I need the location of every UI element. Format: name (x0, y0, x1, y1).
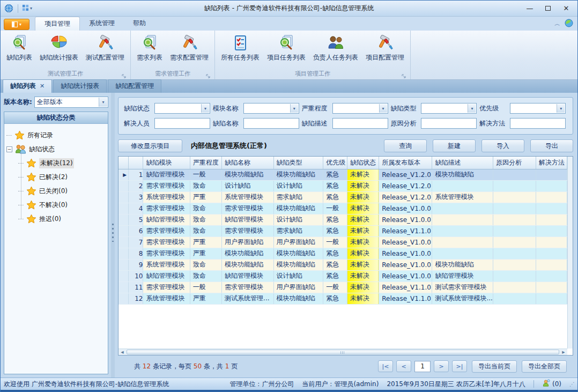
column-header[interactable]: 缺陷描述 (432, 157, 493, 169)
minimize-button[interactable]: — (522, 3, 538, 14)
tree-item[interactable]: 已解决(2) (18, 170, 107, 184)
dialog-launcher-icon[interactable] (402, 72, 406, 77)
column-header[interactable]: 优先级 (323, 157, 347, 169)
table-row[interactable]: 2需求管理模块致命设计缺陷设计缺陷紧急未解决Release_V1.2.0 (118, 180, 567, 191)
tree-item[interactable]: 推迟(0) (18, 212, 107, 226)
export-button[interactable]: 导出 (530, 139, 573, 152)
filter-combobox[interactable]: ▾ (421, 103, 477, 114)
filter-input[interactable] (510, 118, 566, 129)
column-header[interactable]: 严重程度 (190, 157, 221, 169)
dialog-launcher-icon[interactable] (122, 72, 127, 77)
ribbon-button[interactable]: 负责人任务列表 (309, 32, 362, 63)
chevron-down-icon[interactable]: ▾ (468, 104, 476, 113)
table-cell (536, 180, 567, 191)
tree-item[interactable]: 已关闭(0) (18, 184, 107, 198)
column-header[interactable]: 缺陷类型 (273, 157, 323, 169)
tree-item[interactable]: 不解决(0) (18, 198, 107, 212)
column-header[interactable]: 缺陷名称 (222, 157, 273, 169)
sidebar-splitter[interactable] (111, 93, 115, 378)
table-row[interactable]: 6需求管理模块致命需求管理模块需求缺陷紧急未解决Release_V1.1.0 (118, 225, 567, 236)
import-button[interactable]: 导入 (481, 139, 524, 152)
message-indicator[interactable]: (0) (542, 379, 561, 389)
ribbon-button[interactable]: 需求列表 (133, 32, 166, 63)
quick-access-toolbar-button[interactable]: ▾ (22, 4, 32, 13)
ribbon-button[interactable]: 缺陷列表 (3, 32, 36, 63)
ribbon-tab-3[interactable]: 帮助 (124, 17, 155, 31)
document-tab-1[interactable]: 缺陷列表✕ (3, 79, 52, 93)
horizontal-scrollbar[interactable]: ◀ ▶ (118, 349, 567, 355)
tree-item[interactable]: 所有记录 (6, 128, 107, 142)
prev-page-button[interactable]: < (396, 360, 411, 372)
filter-combobox[interactable]: ▾ (243, 103, 299, 114)
version-combobox[interactable]: 全部版本 ▾ (34, 97, 108, 108)
ribbon-tab-1[interactable]: 项目管理 (35, 17, 80, 31)
column-header[interactable]: 所属发布版本 (379, 157, 432, 169)
column-header[interactable]: 原因分析 (493, 157, 536, 169)
table-cell: 设计缺陷 (273, 214, 323, 225)
maximize-button[interactable] (540, 3, 556, 14)
table-row[interactable]: 10缺陷管理模块致命缺陷管理模块设计缺陷紧急未解决Release_V1.0.0缺… (118, 270, 567, 282)
document-tab-3[interactable]: 缺陷配置管理 (108, 79, 161, 93)
filter-combobox[interactable]: ▾ (332, 103, 388, 114)
query-button[interactable]: 查询 (384, 139, 427, 152)
column-header[interactable]: 解决方法 (536, 157, 567, 169)
table-cell: 需求管理模块 (143, 225, 190, 236)
filter-input[interactable] (243, 118, 299, 129)
new-button[interactable]: 新建 (433, 139, 476, 152)
ribbon-button[interactable]: 所有任务列表 (217, 32, 263, 63)
vertical-scrollbar[interactable] (567, 157, 573, 349)
chevron-down-icon[interactable]: ▾ (99, 98, 107, 107)
last-page-button[interactable]: >| (452, 360, 467, 372)
help-icon[interactable] (565, 19, 573, 29)
dialog-launcher-icon[interactable] (206, 72, 211, 77)
table-row[interactable]: 3系统管理模块严重系统管理模块需求缺陷紧急未解决Release_V1.2.0系统… (118, 191, 567, 203)
chevron-down-icon[interactable]: ▾ (201, 104, 209, 113)
close-tab-icon[interactable]: ✕ (40, 83, 45, 90)
ribbon-button[interactable]: 项目任务列表 (263, 32, 309, 63)
collapse-expander-icon[interactable]: − (6, 146, 12, 152)
chevron-down-icon[interactable]: ▾ (379, 104, 387, 113)
tree-item[interactable]: 未解决(12) (18, 156, 107, 170)
ribbon-button[interactable]: 项目配置管理 (362, 32, 408, 63)
table-row[interactable]: 12系统管理模块严重测试系统管理...模块功能缺陷紧急未解决Release_V1… (118, 293, 567, 304)
tree-connector (6, 135, 12, 136)
application-menu-button[interactable]: ▾ (4, 19, 29, 30)
next-page-button[interactable]: > (434, 360, 449, 372)
document-tab-2[interactable]: 缺陷统计报表 (53, 79, 107, 93)
modify-display-items-button[interactable]: 修改显示项目 (118, 139, 182, 152)
ribbon-button[interactable]: 需求配置管理 (166, 32, 212, 63)
table-row[interactable]: ▶1缺陷管理模块一般模块功能缺陷模块功能缺陷紧急未解决Release_V1.2.… (118, 169, 567, 180)
resize-grip-icon[interactable]: ⋰ (569, 381, 574, 387)
export-all-pages-button[interactable]: 导出全部页 (522, 360, 567, 373)
maximize-icon (545, 6, 551, 11)
chevron-down-icon[interactable]: ▾ (290, 104, 298, 113)
filter-input[interactable] (332, 118, 388, 129)
ribbon-button-label: 缺陷列表 (6, 53, 32, 62)
export-current-page-button[interactable]: 导出当前页 (472, 360, 517, 373)
first-page-button[interactable]: |< (378, 360, 393, 372)
scrollbar-thumb[interactable] (127, 350, 559, 354)
tree-item[interactable]: −缺陷状态 (6, 142, 107, 156)
table-row[interactable]: 11需求管理模块一般需求管理模块用户界面缺陷一般未解决Release_V1.1.… (118, 282, 567, 293)
table-cell: 10 (129, 270, 143, 282)
column-header[interactable]: 缺陷状态 (347, 157, 379, 169)
scroll-right-icon[interactable]: ▶ (560, 349, 567, 355)
close-button[interactable]: ✕ (558, 3, 574, 14)
filter-combobox[interactable]: ▾ (154, 103, 210, 114)
chevron-down-icon[interactable]: ▾ (557, 104, 565, 113)
table-row[interactable]: 8需求管理模块严重模块功能缺陷模块功能缺陷紧急未解决Release_V1.0.0 (118, 248, 567, 259)
table-row[interactable]: 9系统管理模块致命模块功能缺陷模块功能缺陷紧急未解决Release_V1.0.0… (118, 259, 567, 270)
page-number-input[interactable]: 1 (414, 361, 431, 372)
table-row[interactable]: 7需求管理模块严重用户界面缺陷用户界面缺陷一般未解决Release_V1.0.0 (118, 236, 567, 248)
ribbon-tab-2[interactable]: 系统管理 (80, 17, 124, 31)
filter-input[interactable] (421, 118, 477, 129)
collapse-ribbon-icon[interactable]: ︿ (554, 20, 560, 28)
ribbon-button[interactable]: 测试配置管理 (82, 32, 128, 63)
filter-input[interactable] (154, 118, 210, 129)
table-row[interactable]: 4需求管理模块致命需求管理模块模块功能缺陷一般未解决Release_V1.0.0 (118, 203, 567, 214)
scroll-left-icon[interactable]: ◀ (118, 349, 126, 355)
column-header[interactable]: 缺陷模块 (143, 157, 190, 169)
ribbon-button[interactable]: 缺陷统计报表 (36, 32, 82, 63)
filter-combobox[interactable]: ▾ (510, 103, 566, 114)
table-row[interactable]: 5缺陷管理模块致命缺陷管理模块设计缺陷紧急未解决Release_V1.0.0 (118, 214, 567, 225)
